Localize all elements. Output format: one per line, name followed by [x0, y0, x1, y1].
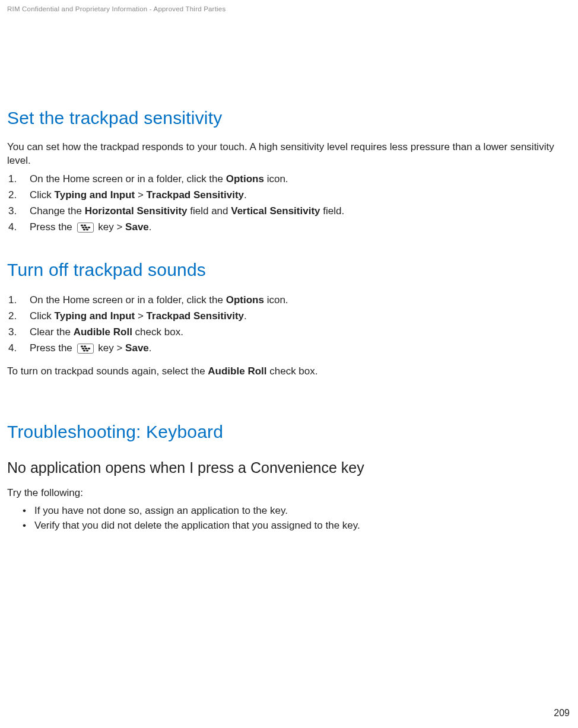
section1-steps: 1. On the Home screen or in a folder, cl… — [7, 171, 571, 236]
step-number: 3. — [8, 326, 20, 339]
step-text: Clear the Audible Roll check box. — [30, 326, 183, 339]
list-item: 1. On the Home screen or in a folder, cl… — [7, 171, 571, 187]
svg-point-0 — [80, 224, 82, 226]
svg-point-11 — [87, 348, 90, 349]
list-item: 2. Click Typing and Input > Trackpad Sen… — [7, 309, 571, 325]
bullet-icon: • — [23, 504, 28, 518]
troubleshoot-bullets: •If you have not done so, assign an appl… — [7, 504, 571, 533]
svg-point-4 — [87, 227, 90, 228]
svg-point-7 — [80, 346, 82, 348]
page-content: Set the trackpad sensitivity You can set… — [7, 106, 571, 533]
bullet-text: If you have not done so, assign an appli… — [34, 504, 288, 518]
subsection-title-convenience-key: No application opens when I press a Conv… — [7, 458, 571, 478]
step-text: On the Home screen or in a folder, click… — [30, 173, 288, 186]
svg-point-5 — [82, 228, 85, 230]
step-number: 3. — [8, 205, 20, 218]
confidential-header: RIM Confidential and Proprietary Informa… — [7, 5, 571, 14]
step-text: Change the Horizontal Sensitivity field … — [30, 205, 344, 218]
svg-point-2 — [81, 227, 84, 228]
section2-outro: To turn on trackpad sounds again, select… — [7, 365, 571, 379]
list-item: 3. Clear the Audible Roll check box. — [7, 325, 571, 341]
bullet-icon: • — [23, 519, 28, 533]
step-number: 4. — [8, 342, 20, 355]
section2-steps: 1. On the Home screen or in a folder, cl… — [7, 293, 571, 357]
step-text: Click Typing and Input > Trackpad Sensit… — [30, 189, 247, 202]
section1-intro: You can set how the trackpad responds to… — [7, 141, 571, 168]
list-item: 4. Press the key > Save. — [7, 220, 571, 236]
list-item: 3. Change the Horizontal Sensitivity fie… — [7, 204, 571, 220]
step-text: Press the key > Save. — [30, 221, 152, 234]
svg-point-3 — [84, 227, 87, 228]
list-item: •Verify that you did not delete the appl… — [23, 519, 571, 533]
list-item: 1. On the Home screen or in a folder, cl… — [7, 293, 571, 309]
section-title-trackpad-sounds: Turn off trackpad sounds — [7, 258, 571, 282]
section-title-troubleshooting: Troubleshooting: Keyboard — [7, 420, 571, 444]
page-number: 209 — [554, 707, 570, 720]
svg-point-12 — [82, 350, 85, 352]
step-text: On the Home screen or in a folder, click… — [30, 294, 288, 307]
svg-point-13 — [85, 350, 88, 352]
list-item: 4. Press the key > Save. — [7, 341, 571, 357]
step-number: 2. — [8, 189, 20, 202]
try-following: Try the following: — [7, 487, 571, 500]
step-text: Press the key > Save. — [30, 342, 152, 355]
section-title-trackpad-sensitivity: Set the trackpad sensitivity — [7, 106, 571, 131]
step-number: 1. — [8, 173, 20, 186]
list-item: •If you have not done so, assign an appl… — [23, 504, 571, 519]
list-item: 2. Click Typing and Input > Trackpad Sen… — [7, 187, 571, 204]
step-number: 2. — [8, 310, 20, 323]
bullet-text: Verify that you did not delete the appli… — [34, 519, 360, 533]
svg-point-10 — [84, 348, 87, 349]
svg-point-9 — [81, 348, 84, 349]
step-number: 4. — [8, 221, 20, 234]
svg-point-8 — [83, 346, 85, 348]
blackberry-key-icon — [77, 344, 94, 354]
svg-point-1 — [83, 224, 85, 226]
svg-point-6 — [85, 228, 88, 230]
step-text: Click Typing and Input > Trackpad Sensit… — [30, 310, 247, 323]
blackberry-key-icon — [77, 222, 94, 233]
step-number: 1. — [8, 294, 20, 307]
